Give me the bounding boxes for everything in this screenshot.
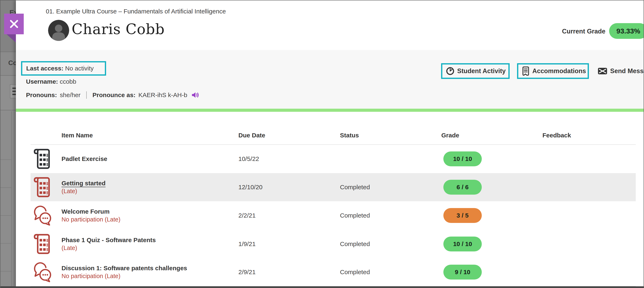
grade-pill[interactable]: 10 / 10 — [443, 236, 482, 251]
envelope-icon — [598, 67, 608, 75]
accommodations-document-icon — [522, 66, 530, 76]
accommodations-label: Accommodations — [532, 67, 586, 75]
ribbon-fold — [6, 34, 16, 43]
pronouns-line: Pronouns: she/her Pronounce as: KAER-ihS… — [26, 91, 199, 99]
grade-pill[interactable]: 10 / 10 — [443, 151, 482, 166]
dimmed-backdrop: Ex Co — [0, 1, 16, 287]
student-overview-screen: Ex Co 01. Example Ultra Course – Fundame… — [0, 0, 644, 288]
assessment-icon — [34, 229, 56, 258]
backdrop-divider — [0, 110, 16, 110]
grade-pill[interactable]: 3 / 5 — [443, 208, 482, 223]
current-grade-label: Current Grade — [544, 28, 606, 35]
backdrop-row-line — [0, 187, 11, 188]
item-name[interactable]: Welcome Forum — [62, 208, 110, 215]
username-line: Username: ccobb — [26, 78, 76, 85]
backdrop-row-line — [0, 271, 11, 271]
backdrop-divider — [0, 75, 16, 76]
student-avatar — [48, 20, 69, 41]
student-activity-button[interactable]: Student Activity — [441, 63, 510, 79]
due-date: 10/5/22 — [238, 144, 259, 173]
vertical-separator — [86, 91, 87, 99]
backdrop-row-line — [0, 159, 11, 160]
close-icon — [9, 19, 19, 29]
header-feedback: Feedback — [542, 132, 571, 139]
pronouns-value: she/her — [60, 92, 80, 99]
status: Completed — [340, 258, 370, 286]
backdrop-menu-icon — [10, 84, 16, 98]
table-row[interactable]: Welcome Forum No participation (Late) 2/… — [30, 201, 636, 229]
header-status: Status — [340, 132, 359, 139]
status: Completed — [340, 173, 370, 201]
username-value: ccobb — [60, 78, 76, 85]
table-row[interactable]: Padlet Exercise 10/5/22 10 / 10 — [30, 144, 636, 173]
backdrop-row-line — [0, 215, 11, 216]
backdrop-divider — [0, 52, 16, 52]
discussion-icon — [34, 258, 56, 286]
pronouns-label: Pronouns: — [26, 92, 57, 99]
accommodations-button[interactable]: Accommodations — [517, 63, 589, 79]
student-info-section: Last access: No activity Username: ccobb… — [16, 50, 644, 109]
send-message-button[interactable]: Send Message — [598, 63, 644, 79]
item-name[interactable]: Discussion 1: Software patents challenge… — [62, 265, 187, 272]
pronounce-value: KAER-ihS k-AH-b — [138, 92, 187, 99]
due-date: 2/2/21 — [238, 201, 256, 229]
assessment-icon — [34, 144, 56, 173]
grade-pill[interactable]: 6 / 6 — [443, 180, 482, 195]
clock-icon — [446, 67, 454, 75]
student-name: Charis Cobb — [72, 21, 165, 38]
item-late-note: No participation (Late) — [62, 273, 120, 279]
table-row[interactable]: Discussion 1: Software patents challenge… — [30, 258, 636, 286]
header-item-name: Item Name — [62, 132, 93, 139]
pronounce-label: Pronounce as: — [92, 92, 136, 99]
table-row-selected[interactable]: Getting started (Late) 12/10/20 Complete… — [30, 173, 636, 201]
backdrop-row-line — [0, 243, 11, 243]
close-panel-button[interactable] — [4, 14, 24, 34]
grade-pill[interactable]: 9 / 10 — [443, 265, 482, 279]
action-buttons: Student Activity Accommodations Send Mes… — [16, 63, 644, 79]
header-due-date: Due Date — [238, 132, 265, 139]
current-grade-pill[interactable]: 93.33% — [609, 23, 644, 39]
backdrop-partial-text: Co — [8, 59, 16, 67]
item-late-note: (Late) — [62, 188, 77, 195]
backdrop-grid-line — [11, 111, 12, 287]
student-activity-label: Student Activity — [457, 67, 506, 75]
item-late-note: No participation (Late) — [62, 216, 120, 223]
status: Completed — [340, 229, 370, 258]
due-date: 2/9/21 — [238, 258, 256, 286]
status: Completed — [340, 201, 370, 229]
accent-green-bar — [16, 109, 644, 112]
due-date: 1/9/21 — [238, 229, 256, 258]
header-grade: Grade — [441, 132, 459, 139]
course-title: 01. Example Ultra Course – Fundamentals … — [46, 8, 226, 15]
username-label: Username: — [26, 78, 58, 85]
pronounce-audio-icon[interactable] — [191, 92, 199, 98]
screenshot-bottom-crop-edge — [0, 286, 644, 287]
assessment-icon — [34, 173, 56, 201]
item-name[interactable]: Phase 1 Quiz - Software Patents — [62, 236, 156, 243]
item-name-link[interactable]: Getting started — [62, 180, 106, 187]
gradebook-table-header: Item Name Due Date Status Grade Feedback — [30, 129, 636, 145]
item-late-note: (Late) — [62, 245, 77, 251]
discussion-icon — [34, 201, 56, 229]
item-name[interactable]: Padlet Exercise — [62, 155, 107, 162]
send-message-label: Send Message — [610, 67, 644, 75]
table-row[interactable]: Phase 1 Quiz - Software Patents (Late) 1… — [30, 229, 636, 258]
due-date: 12/10/20 — [238, 173, 262, 201]
